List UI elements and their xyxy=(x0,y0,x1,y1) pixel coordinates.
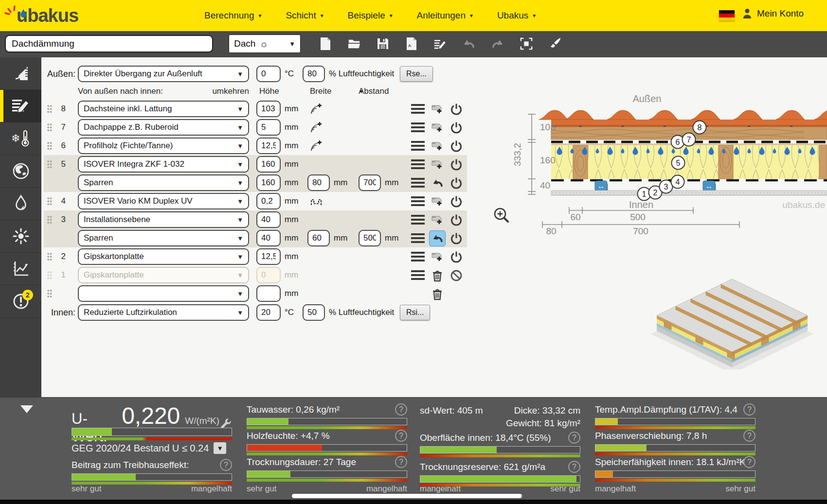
wood-texture-icon[interactable] xyxy=(310,139,323,152)
help-icon[interactable]: ? xyxy=(395,456,407,468)
row-power-slot[interactable] xyxy=(449,121,464,135)
height-input[interactable] xyxy=(256,119,281,136)
membrane-texture-icon[interactable] xyxy=(310,195,323,208)
inside-medium-select[interactable]: Reduzierte Luftzirkulation▼ xyxy=(78,304,249,321)
help-icon[interactable]: ? xyxy=(568,461,580,473)
horizontal-scrollbar[interactable] xyxy=(292,494,522,498)
row-action-slot[interactable] xyxy=(429,249,446,265)
zoom-diagram-button[interactable] xyxy=(495,209,508,222)
collapse-panel-button[interactable] xyxy=(20,405,33,413)
row-menu-icon[interactable] xyxy=(411,159,425,170)
row-power-slot[interactable] xyxy=(449,102,464,117)
row-action-slot[interactable] xyxy=(429,193,446,209)
row-power-slot[interactable] xyxy=(449,213,464,227)
undo-button[interactable] xyxy=(463,37,475,51)
row-menu-icon[interactable] xyxy=(411,104,425,114)
height-input[interactable] xyxy=(256,138,281,154)
height-input[interactable] xyxy=(256,267,281,283)
row-power-slot[interactable] xyxy=(449,139,464,154)
height-input[interactable] xyxy=(256,248,281,265)
row-menu-icon[interactable] xyxy=(411,251,425,262)
row-action-slot[interactable] xyxy=(429,267,446,283)
material-select[interactable]: ISOVER Vario KM Duplex UV ▼ xyxy=(78,193,249,209)
open-folder-button[interactable] xyxy=(348,37,360,51)
row-power-slot[interactable] xyxy=(449,176,464,191)
inside-temperature-input[interactable] xyxy=(256,304,281,321)
height-input[interactable] xyxy=(256,193,281,209)
row-action-slot[interactable] xyxy=(429,156,446,173)
height-input[interactable] xyxy=(256,156,281,173)
distance-input[interactable] xyxy=(359,230,381,246)
drag-handle-icon[interactable] xyxy=(47,197,53,206)
row-action-slot[interactable] xyxy=(429,138,446,154)
new-document-button[interactable] xyxy=(319,37,332,51)
fullscreen-button[interactable] xyxy=(520,37,533,51)
row-power-slot[interactable] xyxy=(449,194,464,209)
drag-handle-icon[interactable] xyxy=(47,160,53,169)
pdf-export-button[interactable]: A xyxy=(405,37,418,51)
geg-select-button[interactable]: ▼ xyxy=(214,442,226,454)
sidebar-item-measure[interactable] xyxy=(0,57,41,90)
sidebar-item-edit-layers[interactable] xyxy=(0,90,41,122)
rse-button[interactable]: Rse... xyxy=(400,66,433,82)
menu-item[interactable]: Schicht ▼ xyxy=(286,10,324,21)
material-select[interactable]: ISOVER Integra ZKF 1-032 ▼ xyxy=(78,156,249,173)
material-select[interactable]: Gipskartonplatte ▼ xyxy=(78,248,249,265)
construction-cross-section[interactable]: Außen xyxy=(486,68,827,236)
row-power-slot[interactable] xyxy=(449,231,464,246)
help-icon[interactable]: ? xyxy=(743,456,755,468)
redo-button[interactable] xyxy=(491,37,504,51)
material-select[interactable]: Sparren ▼ xyxy=(78,174,249,191)
outside-temperature-input[interactable] xyxy=(256,66,281,82)
drag-handle-icon[interactable] xyxy=(47,271,53,279)
help-icon[interactable]: ? xyxy=(220,459,232,471)
menu-item[interactable]: Ubakus ▼ xyxy=(497,10,537,21)
wood-texture-icon[interactable] xyxy=(310,103,323,115)
german-flag-icon[interactable] xyxy=(719,10,735,21)
height-input[interactable] xyxy=(256,230,281,246)
row-menu-icon[interactable] xyxy=(411,270,425,280)
menu-item[interactable]: Anleitungen ▼ xyxy=(417,10,474,21)
account-button[interactable]: Mein Konto xyxy=(741,8,804,19)
row-action-slot[interactable] xyxy=(429,286,446,302)
help-icon[interactable]: ? xyxy=(395,430,407,442)
outside-medium-select[interactable]: Direkter Übergang zur Außenluft▼ xyxy=(78,66,249,82)
material-select[interactable]: Sparren ▼ xyxy=(78,230,249,246)
material-select[interactable]: Gipskartonplatte ▼ xyxy=(78,267,249,283)
height-input[interactable] xyxy=(256,285,281,302)
row-power-slot[interactable] xyxy=(449,250,464,264)
drag-handle-icon[interactable] xyxy=(47,253,53,261)
sidebar-item-climate[interactable] xyxy=(0,155,41,188)
ubakus-logo[interactable]: ubakus xyxy=(17,4,78,27)
wood-texture-icon[interactable] xyxy=(310,121,323,134)
menu-item[interactable]: Beispiele ▼ xyxy=(348,10,394,21)
appearance-brush-button[interactable] xyxy=(549,37,561,51)
drag-handle-icon[interactable] xyxy=(47,105,53,113)
rsi-button[interactable]: Rsi... xyxy=(400,305,430,320)
drag-handle-icon[interactable] xyxy=(47,290,53,298)
row-menu-icon[interactable] xyxy=(411,214,425,225)
material-select[interactable]: Profilholz (Fichte/Tanne) ▼ xyxy=(78,138,249,154)
material-select[interactable]: Installationsebene ▼ xyxy=(78,211,249,228)
height-input[interactable] xyxy=(256,101,281,117)
sidebar-item-summer-heat[interactable] xyxy=(0,220,41,253)
drag-handle-icon[interactable] xyxy=(47,142,53,150)
row-menu-icon[interactable] xyxy=(411,196,425,207)
3d-construction-preview[interactable] xyxy=(637,265,827,369)
width-input[interactable] xyxy=(307,174,330,191)
row-menu-icon[interactable] xyxy=(411,122,425,133)
distance-input[interactable] xyxy=(359,174,381,191)
sidebar-item-temperature-chart[interactable] xyxy=(0,253,41,285)
inside-humidity-input[interactable] xyxy=(303,304,325,321)
row-action-slot[interactable] xyxy=(429,101,446,117)
row-action-slot[interactable] xyxy=(429,175,446,191)
invert-link[interactable]: umkehren xyxy=(187,86,249,97)
material-select[interactable]: ▼ xyxy=(78,285,249,302)
row-menu-icon[interactable] xyxy=(411,233,425,243)
help-icon[interactable]: ? xyxy=(743,403,755,416)
drag-handle-icon[interactable] xyxy=(47,123,53,132)
row-menu-icon[interactable] xyxy=(411,140,425,151)
help-icon[interactable]: ? xyxy=(395,403,407,416)
help-icon[interactable]: ? xyxy=(743,430,755,442)
height-input[interactable] xyxy=(256,174,281,191)
